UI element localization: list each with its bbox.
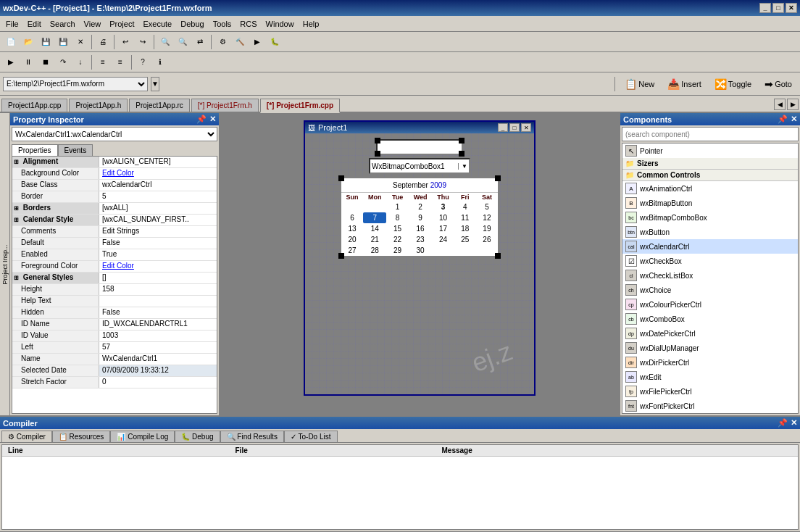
file-combo[interactable]: E:\temp\2\Project1Frm.wxform	[3, 77, 148, 91]
close-btn2[interactable]: ✕	[72, 34, 88, 50]
cal-day[interactable]: 8	[386, 212, 408, 223]
menu-search[interactable]: Search	[46, 18, 80, 30]
prop-value-idname[interactable]: ID_WXCALENDARCTRL1	[99, 319, 217, 330]
compiler-tab-find[interactable]: 🔍 Find Results	[220, 431, 284, 442]
prop-close-icon[interactable]: ✕	[209, 115, 216, 124]
comp-item-fontpicker[interactable]: fnt wxFontPickerCtrl	[622, 399, 798, 413]
cal-day[interactable]: 20	[341, 234, 363, 245]
goto-button[interactable]: ➡ Goto	[759, 75, 797, 93]
print-btn[interactable]: 🖨	[95, 34, 111, 50]
form-maximize-btn[interactable]: □	[509, 123, 520, 132]
cal-day[interactable]: 29	[386, 245, 408, 256]
cal-day[interactable]: 12	[476, 212, 498, 223]
toggle-button[interactable]: 🔀 Toggle	[709, 75, 757, 93]
cal-day[interactable]: 9	[409, 212, 433, 223]
find-btn[interactable]: 🔍	[175, 34, 191, 50]
debug-btn[interactable]: 🐛	[267, 34, 283, 50]
compiler-tab-todo[interactable]: ✓ To-Do List	[284, 431, 338, 442]
comp-item-bitmapbutton[interactable]: B wxBitmapButton	[622, 196, 798, 210]
run-btn[interactable]: ▶	[249, 34, 265, 50]
tab-scroll-left[interactable]: ◀	[774, 99, 786, 110]
prop-value-seldate[interactable]: 07/09/2009 19:33:12	[99, 365, 217, 376]
cal-resize-tl[interactable]	[338, 175, 344, 181]
comp-search-input[interactable]	[622, 127, 799, 141]
new-file-btn[interactable]: 📄	[3, 34, 19, 50]
tb2-btn1[interactable]: ▶	[3, 54, 19, 70]
form-combobox[interactable]: WxBitmapComboBox1 ▼	[369, 158, 470, 174]
compiler-tab-log[interactable]: 📊 Compile Log	[110, 431, 175, 442]
comp-close-icon[interactable]: ✕	[791, 115, 797, 124]
cal-day[interactable]: 6	[341, 212, 363, 223]
close-btn[interactable]: ✕	[786, 3, 797, 13]
comp-item-checklistbox[interactable]: cl wxCheckListBox	[622, 268, 798, 283]
cal-day[interactable]: 13	[341, 223, 363, 234]
tb2-btn3[interactable]: ⏹	[38, 54, 54, 70]
comp-item-calendar[interactable]: cal wxCalendarCtrl	[622, 239, 798, 254]
menu-rcs[interactable]: RCS	[236, 18, 261, 30]
cal-day[interactable]: 25	[454, 234, 476, 245]
compiler-tab-debug[interactable]: 🐛 Debug	[175, 431, 220, 442]
replace-btn[interactable]: ⇄	[192, 34, 208, 50]
tb2-btn6[interactable]: ≡	[95, 54, 111, 70]
resize-handle-bl[interactable]	[375, 151, 380, 157]
resize-handle-br[interactable]	[459, 151, 464, 157]
prop-value-idvalue[interactable]: 1003	[99, 331, 217, 341]
comp-item-animation[interactable]: A wxAnimationCtrl	[622, 181, 798, 196]
comp-item-choice[interactable]: ch wxChoice	[622, 283, 798, 297]
prop-value-bgcolor[interactable]: Edit Color	[99, 168, 217, 179]
save-btn[interactable]: 💾	[38, 34, 54, 50]
cal-day[interactable]: 11	[454, 212, 476, 223]
prop-value-alignment[interactable]: [wxALIGN_CENTER]	[99, 157, 217, 167]
comp-section-sizers[interactable]: 📁 Sizers	[622, 158, 798, 170]
prop-value-borders[interactable]: [wxALL]	[99, 203, 217, 214]
tab-project1app-rc[interactable]: Project1App.rc	[129, 99, 190, 112]
minimize-btn[interactable]: _	[759, 3, 771, 13]
prop-value-hidden[interactable]: False	[99, 307, 217, 318]
comp-item-dirpicker[interactable]: dir wxDirPickerCtrl	[622, 355, 798, 370]
tb2-btn7[interactable]: ≡	[112, 54, 128, 70]
comp-item-dialup[interactable]: du wxDialUpManager	[622, 341, 798, 355]
cal-day[interactable]: 7	[363, 212, 386, 223]
tab-project1app-cpp[interactable]: Project1App.cpp	[1, 99, 67, 112]
comp-item-edit[interactable]: ab wxEdit	[622, 370, 798, 384]
cal-resize-bl[interactable]	[338, 253, 344, 259]
menu-edit[interactable]: Edit	[23, 18, 46, 30]
menu-project[interactable]: Project	[105, 18, 138, 30]
cal-day[interactable]: 24	[433, 234, 454, 245]
menu-execute[interactable]: Execute	[138, 18, 176, 30]
search-btn[interactable]: 🔍	[157, 34, 173, 50]
cal-day[interactable]: 27	[341, 245, 363, 256]
new-button[interactable]: 📋 New	[620, 75, 659, 93]
maximize-btn[interactable]: □	[772, 3, 784, 13]
menu-window[interactable]: Window	[262, 18, 299, 30]
build-btn[interactable]: 🔨	[232, 34, 248, 50]
undo-btn[interactable]: ↩	[117, 34, 133, 50]
help-btn[interactable]: ?	[135, 54, 151, 70]
menu-help[interactable]: Help	[299, 18, 324, 30]
prop-value-name[interactable]: WxCalendarCtrl1	[99, 354, 217, 365]
comp-item-pointer[interactable]: ↖ Pointer	[622, 144, 798, 158]
prop-value-baseclass[interactable]: wxCalendarCtrl	[99, 180, 217, 191]
prop-selector-dropdown[interactable]: WxCalendarCtrl1:wxCalendarCtrl	[12, 127, 217, 141]
comp-item-datepicker[interactable]: dp wxDatePickerCtrl	[622, 326, 798, 341]
prop-value-height[interactable]: 158	[99, 284, 217, 295]
cal-day[interactable]: 14	[363, 223, 386, 234]
prop-value-default[interactable]: False	[99, 238, 217, 249]
compiler-close-icon[interactable]: ✕	[791, 418, 797, 428]
prop-value-border[interactable]: 5	[99, 191, 217, 202]
comp-section-common[interactable]: 📁 Common Controls	[622, 170, 798, 181]
comp-item-checkbox[interactable]: ☑ wxCheckBox	[622, 254, 798, 268]
comp-pin-icon[interactable]: 📌	[778, 115, 788, 124]
save-all-btn[interactable]: 💾	[55, 34, 71, 50]
prop-value-calstyle[interactable]: [wxCAL_SUNDAY_FIRST..	[99, 215, 217, 225]
cal-resize-br[interactable]	[495, 253, 501, 259]
cal-day[interactable]: 10	[433, 212, 454, 223]
resize-handle-tl[interactable]	[375, 138, 380, 144]
prop-value-left[interactable]: 57	[99, 342, 217, 353]
comp-item-button[interactable]: btn wxButton	[622, 225, 798, 239]
comp-item-bitmapcombobox[interactable]: bc wxBitmapComboBox	[622, 210, 798, 225]
cal-day[interactable]: 4	[454, 201, 476, 212]
cal-day[interactable]: 18	[454, 223, 476, 234]
calendar[interactable]: September 2009 Sun Mon Tue Wed Thu Fri	[340, 177, 499, 257]
tab-project1frm-cpp[interactable]: [*] Project1Frm.cpp	[260, 99, 340, 113]
